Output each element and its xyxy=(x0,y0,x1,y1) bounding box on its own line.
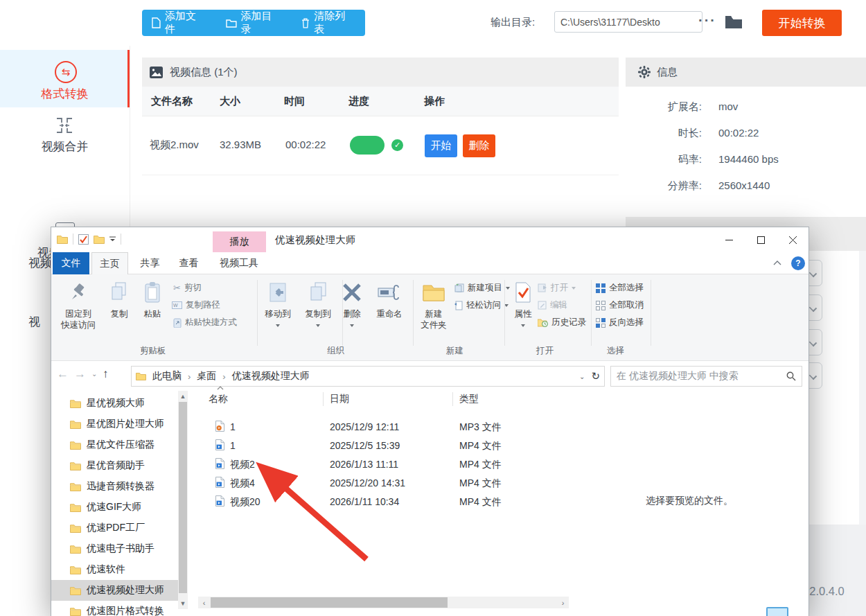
separator xyxy=(73,234,73,245)
tree-scroll-thumb[interactable] xyxy=(179,402,187,593)
file-row[interactable]: 视频42025/12/20 14:31MP4 文件 xyxy=(197,475,569,493)
paste-shortcut-label: 粘贴快捷方式 xyxy=(185,317,237,328)
maximize-button[interactable] xyxy=(745,227,777,252)
recent-locations-chevron[interactable]: ⌄ xyxy=(91,370,97,378)
select-none-icon xyxy=(596,301,606,310)
tree-item-label: 优速软件 xyxy=(87,563,125,576)
address-bar[interactable]: 此电脑› 桌面› 优速视频处理大师 ⌄ ↻ xyxy=(131,366,605,387)
scroll-right-arrow[interactable]: › xyxy=(557,597,569,608)
screenshot-root: 添加文件 添加目录 清除列表 输出目录: ··· 开始转换 ⇆ 格式转换 视频合… xyxy=(0,0,866,616)
tree-item[interactable]: 星优音频助手 xyxy=(51,455,178,476)
rename-button[interactable]: 重命名 xyxy=(370,279,409,319)
start-convert-button[interactable]: 开始转换 xyxy=(762,10,842,36)
explorer-titlebar[interactable]: 播放 优速视频处理大师 xyxy=(51,227,808,252)
open-button[interactable]: 打开 xyxy=(538,282,576,294)
folder-icon[interactable] xyxy=(94,235,105,244)
crumb-desktop[interactable]: 桌面 xyxy=(197,370,216,382)
row-delete-button[interactable]: 删除 xyxy=(463,134,495,157)
file-row[interactable]: 视频202026/1/11 10:34MP4 文件 xyxy=(197,493,569,512)
clear-list-button[interactable]: 清除列表 xyxy=(292,10,365,36)
more-options-button[interactable]: ··· xyxy=(698,12,716,28)
forward-button[interactable]: → xyxy=(74,367,86,381)
up-button[interactable]: ↑ xyxy=(103,367,109,381)
copy-to-button[interactable]: 复制到 xyxy=(299,279,337,331)
sidebar-item-partial-4[interactable]: 视频 xyxy=(28,255,52,271)
add-directory-button[interactable]: 添加目录 xyxy=(216,10,292,36)
delete-button[interactable]: 删除 xyxy=(337,279,367,331)
copy-button[interactable]: 复制 xyxy=(104,279,134,319)
tab-video-tools[interactable]: 视频工具 xyxy=(211,252,267,274)
edit-button[interactable]: 编辑 xyxy=(538,299,567,311)
tree-item[interactable]: 星优文件压缩器 xyxy=(51,434,178,455)
ribbon-tabstrip: 文件 主页 共享 查看 视频工具 ? xyxy=(51,252,808,274)
crumb-current-folder[interactable]: 优速视频处理大师 xyxy=(232,370,310,382)
history-button[interactable]: 历史记录 xyxy=(538,317,586,328)
tree-item[interactable]: 迅捷音频转换器 xyxy=(51,476,178,497)
tree-item[interactable]: 优速视频处理大师 xyxy=(51,580,178,601)
add-file-button[interactable]: 添加文件 xyxy=(142,10,216,36)
move-to-button[interactable]: 移动到 xyxy=(259,279,297,331)
col-header-type[interactable]: 类型 xyxy=(459,393,479,405)
address-row: ← → ⌄ ↑ 此电脑› 桌面› 优速视频处理大师 ⌄ ↻ 在 优速视频处理大师… xyxy=(51,361,808,391)
tree-scrollbar[interactable]: ▲ ▼ xyxy=(178,391,188,609)
file-row[interactable]: 12025/12/9 12:11MP3 文件 xyxy=(197,419,569,437)
tab-home[interactable]: 主页 xyxy=(91,252,128,275)
col-header-date[interactable]: 日期 xyxy=(330,393,349,405)
column-divider[interactable] xyxy=(452,392,453,406)
crumb-this-pc[interactable]: 此电脑 xyxy=(152,370,182,382)
column-divider[interactable] xyxy=(323,392,324,406)
tab-share[interactable]: 共享 xyxy=(132,252,168,274)
minimize-button[interactable] xyxy=(713,227,745,252)
tree-item[interactable]: 优速电子书助手 xyxy=(51,538,178,559)
back-button[interactable]: ← xyxy=(57,367,69,381)
scroll-left-arrow[interactable]: ‹ xyxy=(198,597,210,608)
select-all-button[interactable]: 全部选择 xyxy=(596,282,644,294)
contextual-tab-play[interactable]: 播放 xyxy=(213,231,266,252)
scroll-up-arrow[interactable]: ▲ xyxy=(178,391,188,402)
new-folder-button[interactable]: 新建 文件夹 xyxy=(417,279,450,331)
tree-item[interactable]: 星优图片处理大师 xyxy=(51,414,178,434)
refresh-icon[interactable]: ↻ xyxy=(591,370,600,382)
sidebar-item-partial-5[interactable]: 视 xyxy=(28,314,40,330)
browse-folder-button[interactable] xyxy=(725,15,743,29)
pin-to-quick-access-button[interactable]: 固定到 快速访问 xyxy=(56,279,100,331)
search-icon[interactable] xyxy=(786,371,796,381)
info-value: 00:02:22 xyxy=(718,127,759,139)
hscroll-thumb[interactable] xyxy=(211,597,448,608)
tab-file[interactable]: 文件 xyxy=(53,252,89,274)
invert-selection-button[interactable]: 反向选择 xyxy=(596,317,644,328)
tree-item[interactable]: 优速软件 xyxy=(51,559,178,580)
easy-access-button[interactable]: 轻松访问 xyxy=(454,299,509,311)
paste-shortcut-button[interactable]: 粘贴快捷方式 xyxy=(173,317,237,328)
folder-icon[interactable] xyxy=(57,235,68,244)
file-row[interactable]: 12025/12/5 15:39MP4 文件 xyxy=(197,437,569,456)
paste-button[interactable]: 粘贴 xyxy=(137,279,168,319)
copy-path-button[interactable]: W 复制路径 xyxy=(172,299,220,311)
tree-item[interactable]: 优速GIF大师 xyxy=(51,497,178,518)
address-dropdown-chevron[interactable]: ⌄ xyxy=(579,373,585,380)
help-button[interactable]: ? xyxy=(791,256,805,270)
partial-popup-button[interactable] xyxy=(766,607,788,616)
collapse-ribbon-icon[interactable] xyxy=(773,261,781,265)
close-button[interactable] xyxy=(777,227,808,252)
search-box[interactable]: 在 优速视频处理大师 中搜索 xyxy=(610,366,802,387)
tree-item[interactable]: 优速PDF工厂 xyxy=(51,518,178,538)
file-row[interactable]: 视频22026/1/13 11:11MP4 文件 xyxy=(197,456,569,475)
history-label: 历史记录 xyxy=(551,317,586,328)
tree-item[interactable]: 优速图片格式转换 xyxy=(51,601,178,616)
qat-customize-icon[interactable] xyxy=(109,236,116,242)
tree-item[interactable]: 星优视频大师 xyxy=(51,393,178,414)
horizontal-scrollbar[interactable]: ‹ › xyxy=(198,597,569,608)
cut-button[interactable]: ✂ 剪切 xyxy=(173,282,202,294)
properties-button[interactable]: 属性 xyxy=(509,279,538,331)
sidebar-item-format-convert[interactable]: ⇆ 格式转换 xyxy=(0,50,130,107)
row-start-button[interactable]: 开始 xyxy=(425,134,457,157)
col-header-name[interactable]: 名称 xyxy=(209,393,228,405)
output-dir-input[interactable] xyxy=(554,11,702,33)
new-item-button[interactable]: 新建项目 xyxy=(454,282,510,294)
properties-check-icon[interactable] xyxy=(78,234,89,245)
scroll-down-arrow[interactable]: ▼ xyxy=(178,598,188,609)
tree-item-label: 星优视频大师 xyxy=(87,397,145,410)
tab-view[interactable]: 查看 xyxy=(170,252,207,274)
select-none-button[interactable]: 全部取消 xyxy=(596,299,644,311)
